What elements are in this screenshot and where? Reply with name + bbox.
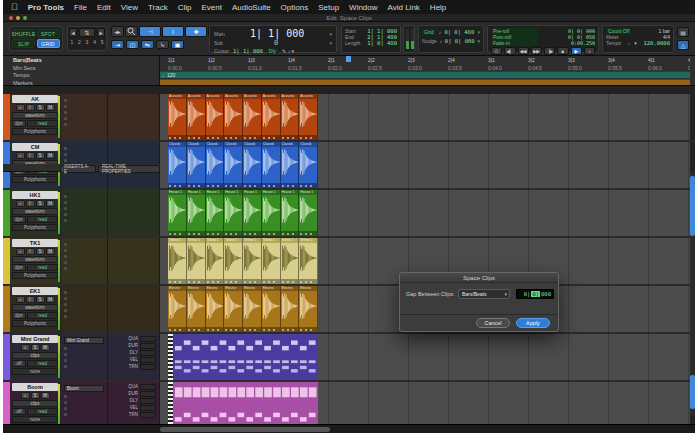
- horizontal-scrollbar[interactable]: [3, 424, 695, 433]
- insert-slot[interactable]: [64, 123, 67, 126]
- input-monitor-button[interactable]: I: [26, 152, 35, 159]
- audio-clip[interactable]: House 1: [299, 190, 318, 236]
- mute-button[interactable]: M: [46, 104, 55, 111]
- track-name[interactable]: CM: [12, 143, 58, 151]
- menu-edit[interactable]: Edit: [97, 3, 111, 12]
- mode-spot[interactable]: SPOT: [37, 29, 60, 38]
- menu-setup[interactable]: Setup: [318, 3, 339, 12]
- automation-dyn-button[interactable]: dyn: [12, 264, 26, 271]
- ruler-row-bars-beats[interactable]: Bars|Beats: [13, 57, 42, 63]
- track-lane[interactable]: AcousticAcousticAcousticAcousticAcoustic…: [160, 94, 690, 140]
- zoom-in-icon[interactable]: ▸: [97, 28, 105, 37]
- insert-slot[interactable]: [64, 353, 67, 356]
- clips-region[interactable]: [168, 334, 318, 380]
- mute-button[interactable]: M: [46, 152, 55, 159]
- audio-clip[interactable]: House 1: [281, 190, 300, 236]
- markers-ruler-band[interactable]: [160, 79, 690, 85]
- mute-button[interactable]: M: [46, 296, 55, 303]
- rewind-button[interactable]: ◀◀: [518, 47, 529, 55]
- audio-clip[interactable]: Classik: [168, 142, 187, 188]
- zoom-preset-3[interactable]: 3: [84, 39, 90, 45]
- gap-value-segment[interactable]: 0|: [531, 291, 540, 297]
- menu-track[interactable]: Track: [148, 3, 168, 12]
- track-color-tab[interactable]: [3, 238, 10, 284]
- audio-clip[interactable]: Classik: [187, 142, 206, 188]
- input-monitor-button[interactable]: I: [26, 296, 35, 303]
- length-value[interactable]: 1| 0| 480: [367, 40, 397, 46]
- return-to-zero-button[interactable]: ◀▏: [504, 47, 515, 55]
- zoom-preset-5[interactable]: 5: [99, 39, 105, 45]
- metronome-icon[interactable]: △: [677, 40, 689, 50]
- rtp-value-box[interactable]: [140, 405, 156, 411]
- mode-grid[interactable]: GRID: [37, 39, 60, 48]
- track-lane[interactable]: [160, 382, 690, 424]
- insert-slot[interactable]: [64, 395, 67, 398]
- audio-clip[interactable]: Tekno 1: [262, 238, 281, 284]
- audio-clip[interactable]: Classik: [262, 142, 281, 188]
- track-lane[interactable]: ClassikClassikClassikClassikClassikClass…: [160, 142, 690, 188]
- track-view-selector[interactable]: waveform: [12, 208, 58, 215]
- main-counter-caret-icon[interactable]: ▾: [329, 31, 332, 37]
- insert-slot[interactable]: [64, 243, 67, 246]
- insert-slot[interactable]: [64, 407, 67, 410]
- record-enable-button[interactable]: ●: [16, 200, 25, 207]
- audio-clip[interactable]: Electro: [168, 286, 187, 332]
- mode-slip[interactable]: SLIP: [12, 39, 35, 48]
- audio-clip[interactable]: Acoustic: [206, 94, 225, 140]
- clips-region[interactable]: ElectroElectroElectroElectroElectroElect…: [168, 286, 318, 332]
- automation-dyn-button[interactable]: dyn: [12, 120, 26, 127]
- apply-button[interactable]: Apply: [516, 318, 550, 328]
- insert-slot[interactable]: [64, 153, 67, 156]
- nudge-value[interactable]: 0| 0| 060: [445, 38, 475, 44]
- clips-region[interactable]: AcousticAcousticAcousticAcousticAcoustic…: [168, 94, 318, 140]
- insert-slot[interactable]: [64, 117, 67, 120]
- record-enable-button[interactable]: ●: [21, 344, 30, 351]
- gap-units-dropdown[interactable]: Bars/Beats ▾: [458, 289, 510, 299]
- record-enable-button[interactable]: ●: [16, 296, 25, 303]
- mode-shuffle[interactable]: SHUFFLE: [12, 29, 35, 38]
- input-monitor-button[interactable]: I: [26, 104, 35, 111]
- zoom-preset-4[interactable]: 4: [92, 39, 98, 45]
- menu-pro-tools[interactable]: Pro Tools: [28, 3, 64, 12]
- audio-clip[interactable]: Acoustic: [224, 94, 243, 140]
- audio-clip[interactable]: House 1: [187, 190, 206, 236]
- track-name[interactable]: Mini Grand: [12, 335, 58, 343]
- delay-compensation-badge[interactable]: Dly: [267, 48, 278, 54]
- grid-value[interactable]: 0| 0| 480: [444, 29, 474, 35]
- elastic-audio-selector[interactable]: Polyphonic: [12, 176, 58, 183]
- audio-clip[interactable]: Tekno 1: [206, 238, 225, 284]
- solo-button[interactable]: S: [31, 392, 40, 399]
- insert-plugin-name[interactable]: Mini Grand: [64, 337, 104, 344]
- insert-slot[interactable]: [64, 291, 67, 294]
- automation-dyn-button[interactable]: off: [12, 360, 26, 367]
- insert-slot[interactable]: [64, 159, 67, 162]
- selector-tool-icon[interactable]: I: [162, 26, 184, 37]
- zoomer-icon[interactable]: ⇅: [79, 28, 95, 37]
- insert-slot[interactable]: [64, 359, 67, 362]
- insert-slot[interactable]: [64, 105, 67, 108]
- elastic-audio-selector[interactable]: none: [12, 416, 58, 423]
- track-view-selector[interactable]: clips: [12, 352, 58, 359]
- mute-button[interactable]: M: [46, 200, 55, 207]
- audio-clip[interactable]: Electro: [224, 286, 243, 332]
- solo-button[interactable]: S: [36, 104, 45, 111]
- record-enable-button[interactable]: ●: [16, 248, 25, 255]
- audio-clip[interactable]: Classik: [224, 142, 243, 188]
- insert-slot[interactable]: [64, 261, 67, 264]
- elastic-audio-selector[interactable]: Polyphonic: [12, 320, 58, 327]
- trim-tool-icon[interactable]: ⊣: [139, 26, 161, 37]
- audio-clip[interactable]: Tekno 1: [281, 238, 300, 284]
- horizontal-scroll-thumb[interactable]: [160, 427, 330, 432]
- insert-slot[interactable]: [64, 347, 67, 350]
- insert-slot[interactable]: [64, 213, 67, 216]
- track-color-tab[interactable]: [3, 94, 10, 140]
- midi-clip[interactable]: [168, 382, 318, 424]
- grabber-tool-icon[interactable]: ✚: [185, 26, 207, 37]
- midi-merge-icon[interactable]: ▤: [677, 27, 689, 37]
- track-name[interactable]: EK1: [12, 287, 58, 295]
- audio-clip[interactable]: Acoustic: [187, 94, 206, 140]
- tempo-ruler-band[interactable]: ♩120: [160, 71, 690, 78]
- track-view-selector[interactable]: waveform: [12, 256, 58, 263]
- audio-clip[interactable]: Classik: [299, 142, 318, 188]
- playhead-marker[interactable]: [346, 56, 351, 62]
